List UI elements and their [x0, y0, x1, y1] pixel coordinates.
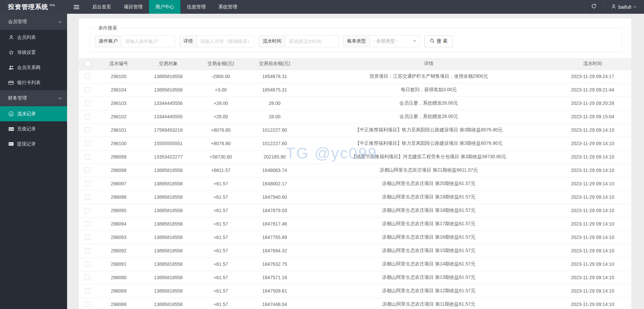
row-checkbox[interactable] — [85, 288, 90, 294]
table-row: 29810117569453218+8076.801012227.60【中正推荐… — [79, 123, 631, 137]
filter-row: 操作账户 详情 流水时间 账单类型 - 全部类型 - — [95, 35, 617, 47]
tab-信息管理[interactable]: 信息管理 — [180, 0, 212, 14]
user-menu[interactable]: baifu8 — [603, 0, 644, 14]
cell-trade-target: 13895818558 — [141, 217, 196, 231]
cell-serial-number: 298090 — [97, 271, 141, 284]
cell-trade-target: 13895818558 — [141, 190, 196, 204]
column-header-交易前余额(元): 交易前余额(元) — [246, 58, 304, 70]
cell-serial-number: 298102 — [97, 110, 141, 123]
content-panel: 条件搜索 操作账户 详情 流水时间 账单类型 - 全部类型 — [79, 18, 631, 309]
tab-系统管理[interactable]: 系统管理 — [212, 0, 244, 14]
row-checkbox[interactable] — [85, 87, 90, 92]
sidebar-item-label: 提现记录 — [17, 141, 36, 147]
cell-balance-before: 1847571.18 — [246, 271, 304, 284]
cell-balance-before: 1847632.75 — [246, 257, 304, 271]
filter-account-group: 操作账户 — [95, 35, 175, 47]
row-checkbox[interactable] — [85, 154, 90, 160]
cell-trade-target: 13895818558 — [141, 271, 196, 284]
row-checkbox[interactable] — [85, 248, 90, 253]
cell-time: 2023-11-29 09:20:28 — [554, 97, 631, 110]
person-icon — [8, 35, 14, 40]
row-checkbox[interactable] — [85, 141, 90, 146]
search-icon — [430, 38, 435, 44]
row-checkbox[interactable] — [85, 114, 90, 119]
cell-balance-before: 1847817.46 — [246, 217, 304, 231]
column-header-交易对象: 交易对象 — [141, 58, 196, 70]
time-input[interactable] — [285, 36, 338, 47]
row-checkbox[interactable] — [85, 261, 90, 267]
cell-trade-target: 13895818558 — [141, 244, 196, 257]
refresh-button[interactable] — [585, 0, 603, 14]
sidebar-group-label: 会员管理 — [8, 19, 59, 25]
cell-detail: 凉都山阿里生态农庄项目 第21期收益6611.57元 — [304, 164, 554, 177]
cell-detail: 会员注册，系统赠送28.00元 — [304, 110, 554, 123]
collapse-menu-button[interactable] — [67, 0, 86, 14]
cell-serial-number: 298099 — [97, 150, 141, 164]
row-checkbox[interactable] — [85, 194, 90, 200]
transactions-table: 流水编号交易对象交易金额(元)交易前余额(元)详情流水时间 2981051389… — [79, 58, 631, 309]
table-row: 29810413895818558+3.001854675.31每日签到，获得奖… — [79, 83, 631, 97]
cell-serial-number: 298104 — [97, 83, 141, 97]
table-row: 29809113895818558+61.571847632.75凉都山阿里生态… — [79, 257, 631, 271]
tab-用户中心[interactable]: 用户中心 — [149, 0, 180, 14]
hamburger-icon — [74, 4, 79, 10]
tab-后台首页[interactable]: 后台首页 — [86, 0, 117, 14]
cell-serial-number: 298092 — [97, 244, 141, 257]
cell-detail: 【中正推荐福利项目】铁力至凤阳段公路建设项目 第3期收益8076.80元 — [304, 137, 554, 150]
yen-circle-icon: ¥ — [8, 111, 14, 117]
tab-项目管理[interactable]: 项目管理 — [117, 0, 149, 14]
row-checkbox[interactable] — [85, 302, 90, 307]
username: baifu8 — [619, 4, 631, 10]
column-header-交易金额(元): 交易金额(元) — [196, 58, 246, 70]
cell-detail: 每日签到，获得奖励3.00元 — [304, 83, 554, 97]
cell-trade-target: 13895818558 — [141, 257, 196, 271]
sidebar-group-会员管理[interactable]: 会员管理 — [0, 14, 67, 30]
sidebar-item-label: 会员列表 — [17, 35, 36, 41]
sidebar-item-会员列表[interactable]: 会员列表 — [0, 30, 67, 45]
cell-time: 2023-11-29 09:24:17 — [554, 70, 631, 83]
sidebar-item-等级设置[interactable]: 等级设置 — [0, 45, 67, 60]
paypal-icon: PayPal — [8, 126, 14, 132]
cell-detail: 凉都山阿里生态农庄项目 第16期收益61.57元 — [304, 231, 554, 244]
table-row: 29809713895818558+61.571848002.17凉都山阿里生态… — [79, 177, 631, 190]
cell-balance-before: 1847940.60 — [246, 190, 304, 204]
sidebar-item-银行卡列表[interactable]: 银行卡列表 — [0, 75, 67, 90]
cell-time: 2023-11-29 09:14:10 — [554, 190, 631, 204]
select-all-checkbox[interactable] — [85, 61, 90, 66]
sidebar-item-充值记录[interactable]: PayPal充值记录 — [0, 121, 67, 136]
search-button[interactable]: 搜 索 — [424, 35, 453, 47]
row-checkbox[interactable] — [85, 221, 90, 227]
cell-amount: +61.57 — [196, 231, 246, 244]
row-checkbox[interactable] — [85, 127, 90, 133]
row-checkbox[interactable] — [85, 235, 90, 240]
row-checkbox[interactable] — [85, 168, 90, 173]
row-checkbox[interactable] — [85, 275, 90, 280]
table-row: 29809613895818558+61.571847940.60凉都山阿里生态… — [79, 190, 631, 204]
row-checkbox[interactable] — [85, 208, 90, 213]
cell-amount: +3.00 — [196, 83, 246, 97]
row-checkbox[interactable] — [85, 101, 90, 106]
svg-text:PayPal: PayPal — [8, 128, 14, 130]
table-header-row: 流水编号交易对象交易金额(元)交易前余额(元)详情流水时间 — [79, 58, 631, 70]
account-input[interactable] — [122, 36, 175, 47]
star-icon — [8, 50, 14, 55]
cell-trade-target: 13895818558 — [141, 204, 196, 217]
cell-detail: 【感恩节加推福利项目】河北建筑工程劳务分包项目 第3期收益58730.80元 — [304, 150, 554, 164]
sidebar-item-流水记录[interactable]: ¥流水记录 — [0, 106, 67, 121]
detail-field-label: 详情 — [180, 36, 197, 47]
sidebar-group-财务管理[interactable]: 财务管理 — [0, 90, 67, 106]
cell-detail: 凉都山阿里生态农庄项目 第14期收益61.57元 — [304, 257, 554, 271]
cell-balance-before: 1847509.61 — [246, 284, 304, 298]
cell-trade-target: 13344445556 — [141, 97, 196, 110]
chevron-up-icon — [633, 6, 637, 9]
cell-balance-before: 1847694.32 — [246, 244, 304, 257]
bill-type-select[interactable]: - 全部类型 - — [370, 36, 420, 47]
sidebar-item-提现记录[interactable]: 提现记录 — [0, 136, 67, 151]
row-checkbox[interactable] — [85, 74, 90, 79]
row-checkbox[interactable] — [85, 181, 90, 186]
detail-input[interactable] — [197, 36, 254, 47]
cell-serial-number: 298095 — [97, 204, 141, 217]
cell-trade-target: 17569453218 — [141, 123, 196, 137]
sidebar-item-label: 银行卡列表 — [17, 80, 41, 86]
sidebar-item-会员关系网[interactable]: 会员关系网 — [0, 60, 67, 75]
